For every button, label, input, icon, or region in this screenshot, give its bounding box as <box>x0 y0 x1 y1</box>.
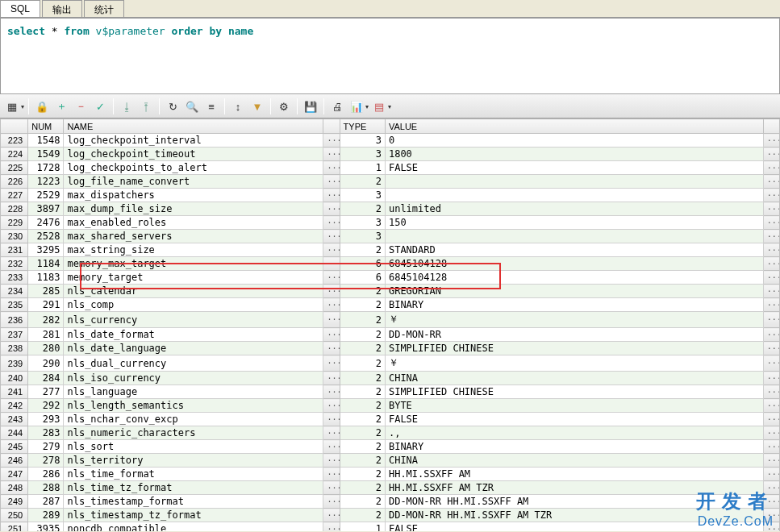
cell-value[interactable]: 0 <box>385 134 763 148</box>
edit-button-icon[interactable]: ··· <box>323 522 340 532</box>
column-header-value[interactable]: VALUE <box>385 119 763 134</box>
table-row[interactable]: 241277nls_language···2SIMPLIFIED CHINESE… <box>1 385 780 399</box>
cell-type[interactable]: 2 <box>340 454 385 468</box>
cell-name[interactable]: log_checkpoint_timeout <box>64 148 323 161</box>
edit-button-icon[interactable]: ··· <box>763 271 779 285</box>
column-header-type[interactable]: TYPE <box>340 119 385 134</box>
edit-button-icon[interactable]: ··· <box>763 355 779 372</box>
cell-value[interactable]: ., <box>385 426 763 440</box>
edit-button-icon[interactable]: ··· <box>763 413 779 426</box>
cell-name[interactable]: nls_date_format <box>64 328 323 342</box>
cell-value[interactable]: BYTE <box>385 399 763 413</box>
table-row[interactable]: 2331183memory_target···66845104128··· <box>1 271 780 285</box>
sort-icon[interactable]: ↕ <box>229 98 247 115</box>
remove-icon[interactable]: － <box>72 98 90 115</box>
filter-icon[interactable]: ▼ <box>248 98 266 115</box>
cell-num[interactable]: 293 <box>28 413 64 426</box>
edit-button-icon[interactable]: ··· <box>323 148 340 161</box>
cell-name[interactable]: nls_numeric_characters <box>64 426 323 440</box>
cell-value[interactable]: SIMPLIFIED CHINESE <box>385 342 763 355</box>
edit-button-icon[interactable]: ··· <box>763 243 779 257</box>
cell-name[interactable]: log_checkpoint_interval <box>64 134 323 148</box>
sql-editor[interactable]: select * from v$parameter order by name <box>0 18 780 94</box>
cell-type[interactable]: 2 <box>340 243 385 257</box>
edit-button-icon[interactable]: ··· <box>763 175 779 189</box>
cell-name[interactable]: max_enabled_roles <box>64 216 323 230</box>
cell-num[interactable]: 2528 <box>28 230 64 243</box>
table-row[interactable]: 239290nls_dual_currency···2￥··· <box>1 355 780 372</box>
table-row[interactable]: 237281nls_date_format···2DD-MON-RR··· <box>1 328 780 342</box>
edit-button-icon[interactable]: ··· <box>323 342 340 355</box>
edit-button-icon[interactable]: ··· <box>763 454 779 468</box>
row-number-cell[interactable]: 227 <box>1 189 28 202</box>
row-number-cell[interactable]: 228 <box>1 202 28 216</box>
column-header-edit1[interactable] <box>323 119 340 134</box>
cell-name[interactable]: nls_territory <box>64 454 323 468</box>
cell-num[interactable]: 282 <box>28 312 64 328</box>
cell-type[interactable]: 6 <box>340 271 385 285</box>
edit-button-icon[interactable]: ··· <box>763 328 779 342</box>
cell-num[interactable]: 278 <box>28 454 64 468</box>
save-icon[interactable]: 💾 <box>302 98 319 115</box>
cell-value[interactable]: 6845104128 <box>385 257 763 271</box>
cell-name[interactable]: nls_date_language <box>64 342 323 355</box>
cell-num[interactable]: 3295 <box>28 243 64 257</box>
tab-sql[interactable]: SQL <box>0 0 40 17</box>
edit-button-icon[interactable]: ··· <box>323 413 340 426</box>
cell-type[interactable]: 2 <box>340 175 385 189</box>
edit-button-icon[interactable]: ··· <box>323 385 340 399</box>
cell-value[interactable] <box>385 230 763 243</box>
last-icon[interactable]: ⭱ <box>137 98 155 115</box>
cell-name[interactable]: nls_timestamp_format <box>64 495 323 509</box>
table-row[interactable]: 2251728log_checkpoints_to_alert···1FALSE… <box>1 161 780 175</box>
table-row[interactable]: 250289nls_timestamp_tz_format···2DD-MON-… <box>1 509 780 522</box>
cell-value[interactable]: HH.MI.SSXFF AM <box>385 468 763 481</box>
cell-name[interactable]: memory_target <box>64 271 323 285</box>
table-row[interactable]: 2321184memory_max_target···66845104128··… <box>1 257 780 271</box>
cell-num[interactable]: 284 <box>28 372 64 385</box>
cell-type[interactable]: 1 <box>340 522 385 532</box>
row-number-cell[interactable]: 238 <box>1 342 28 355</box>
tab-output[interactable]: 输出 <box>42 0 82 17</box>
table-row[interactable]: 242292nls_length_semantics···2BYTE··· <box>1 399 780 413</box>
cell-num[interactable]: 1728 <box>28 161 64 175</box>
query-icon[interactable]: ⚙ <box>275 98 293 115</box>
cell-type[interactable]: 2 <box>340 328 385 342</box>
row-number-cell[interactable]: 237 <box>1 328 28 342</box>
edit-button-icon[interactable]: ··· <box>763 399 779 413</box>
row-number-cell[interactable]: 242 <box>1 399 28 413</box>
edit-button-icon[interactable]: ··· <box>323 189 340 202</box>
table-row[interactable]: 249287nls_timestamp_format···2DD-MON-RR … <box>1 495 780 509</box>
cell-num[interactable]: 281 <box>28 328 64 342</box>
cell-num[interactable]: 286 <box>28 468 64 481</box>
cell-name[interactable]: nls_time_format <box>64 468 323 481</box>
column-header-row[interactable] <box>1 119 28 134</box>
cell-name[interactable]: nls_timestamp_tz_format <box>64 509 323 522</box>
row-number-cell[interactable]: 239 <box>1 355 28 372</box>
row-number-cell[interactable]: 243 <box>1 413 28 426</box>
cell-value[interactable]: 6845104128 <box>385 271 763 285</box>
cell-value[interactable]: FALSE <box>385 413 763 426</box>
row-number-cell[interactable]: 231 <box>1 243 28 257</box>
edit-button-icon[interactable]: ··· <box>763 312 779 328</box>
cell-num[interactable]: 289 <box>28 509 64 522</box>
lock-icon[interactable]: 🔒 <box>33 98 51 115</box>
edit-button-icon[interactable]: ··· <box>323 230 340 243</box>
row-number-cell[interactable]: 248 <box>1 481 28 495</box>
cell-type[interactable]: 3 <box>340 230 385 243</box>
edit-button-icon[interactable]: ··· <box>323 312 340 328</box>
edit-button-icon[interactable]: ··· <box>763 440 779 454</box>
row-number-cell[interactable]: 250 <box>1 509 28 522</box>
cell-value[interactable]: ￥ <box>385 355 763 372</box>
table-row[interactable]: 235291nls_comp···2BINARY··· <box>1 298 780 312</box>
cell-name[interactable]: log_checkpoints_to_alert <box>64 161 323 175</box>
table-row[interactable]: 234285nls_calendar···2GREGORIAN··· <box>1 285 780 298</box>
cell-name[interactable]: nls_dual_currency <box>64 355 323 372</box>
cell-num[interactable]: 280 <box>28 342 64 355</box>
table-row[interactable]: 2313295max_string_size···2STANDARD··· <box>1 243 780 257</box>
row-number-cell[interactable]: 232 <box>1 257 28 271</box>
table-row[interactable]: 246278nls_territory···2CHINA··· <box>1 454 780 468</box>
edit-button-icon[interactable]: ··· <box>323 216 340 230</box>
table-row[interactable]: 245279nls_sort···2BINARY··· <box>1 440 780 454</box>
table-row[interactable]: 240284nls_iso_currency···2CHINA··· <box>1 372 780 385</box>
